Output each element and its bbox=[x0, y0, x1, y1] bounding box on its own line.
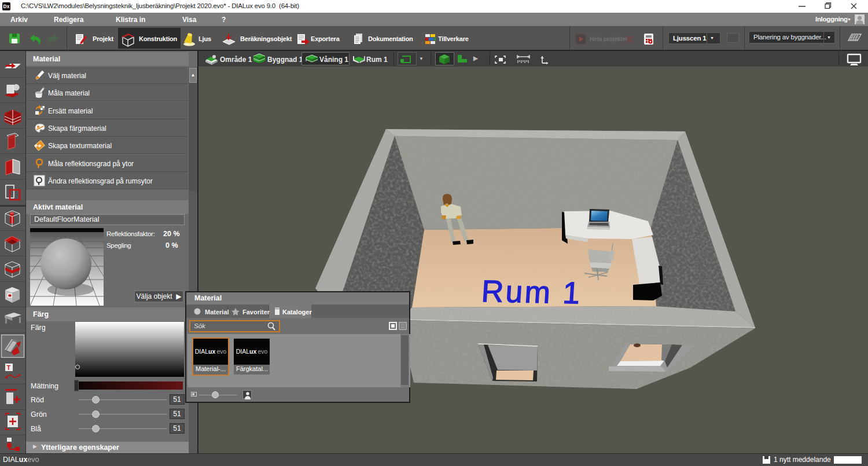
svg-text:T: T bbox=[7, 364, 11, 371]
